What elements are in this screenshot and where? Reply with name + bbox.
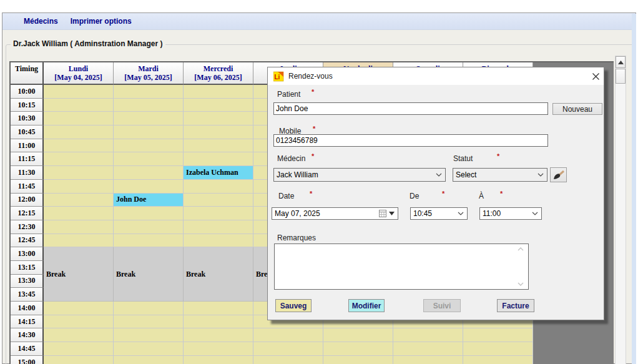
time-slot[interactable] [393, 356, 463, 364]
time-slot[interactable] [253, 328, 323, 342]
time-slot[interactable] [44, 220, 114, 234]
time-slot[interactable] [184, 112, 253, 125]
color-brush-button[interactable] [550, 167, 567, 182]
time-slot[interactable] [44, 342, 114, 356]
de-combobox[interactable]: 10:45 [410, 207, 468, 220]
time-slot[interactable] [323, 328, 393, 342]
close-button[interactable] [590, 71, 601, 81]
menu-item-médecins[interactable]: Médecins [17, 17, 64, 26]
time-slot[interactable] [184, 328, 253, 342]
time-slot[interactable] [44, 180, 114, 194]
medecin-combobox[interactable]: Jack William [273, 168, 446, 182]
remarques-textarea[interactable] [274, 243, 529, 290]
date-picker[interactable]: May 07, 2025 [272, 207, 398, 220]
time-slot[interactable] [114, 139, 184, 153]
time-slot[interactable] [253, 342, 323, 356]
sauveg-button[interactable]: Sauveg [275, 299, 312, 312]
suivi-button[interactable]: Suivi [423, 299, 461, 312]
time-slot[interactable] [44, 194, 114, 207]
statut-value: Select [456, 170, 476, 179]
time-slot[interactable] [114, 342, 184, 356]
time-slot[interactable] [114, 356, 184, 364]
vertical-scrollbar[interactable] [615, 56, 626, 364]
time-slot[interactable] [44, 234, 114, 248]
time-slot[interactable] [463, 342, 533, 356]
time-label: 10:45 [11, 125, 44, 139]
de-label: De [410, 192, 419, 200]
menu-item-imprimer-options[interactable]: Imprimer options [64, 17, 138, 26]
time-slot[interactable] [44, 112, 114, 125]
mobile-input[interactable] [273, 134, 548, 147]
time-slot[interactable] [184, 125, 253, 139]
time-slot[interactable] [44, 302, 114, 315]
time-slot[interactable] [44, 139, 114, 153]
time-label: 11:30 [11, 166, 44, 180]
required-marker: * [497, 152, 499, 160]
time-slot[interactable] [44, 85, 114, 99]
a-combobox[interactable]: 11:00 [479, 207, 542, 220]
time-slot[interactable] [114, 152, 184, 166]
time-label: 14:00 [11, 302, 44, 315]
time-slot[interactable] [184, 234, 253, 248]
time-slot[interactable] [114, 302, 184, 315]
nouveau-button[interactable]: Nouveau [552, 103, 602, 115]
day-header-lundi[interactable]: Lundi[May 04, 2025] [44, 62, 114, 85]
time-slot[interactable] [114, 99, 184, 112]
time-slot[interactable] [44, 125, 114, 139]
scroll-up-button[interactable] [616, 56, 626, 68]
time-slot[interactable] [184, 342, 253, 356]
time-slot[interactable] [184, 152, 253, 166]
time-slot[interactable] [44, 152, 114, 166]
day-header-mercredi[interactable]: Mercredi[May 06, 2025] [184, 62, 253, 85]
time-slot[interactable] [114, 112, 184, 125]
date-label: Date [278, 192, 294, 200]
time-slot[interactable] [114, 207, 184, 220]
break-cell: Break [114, 247, 184, 302]
time-slot[interactable] [44, 315, 114, 329]
time-slot[interactable] [184, 220, 253, 234]
time-slot[interactable] [184, 85, 253, 99]
time-slot[interactable] [463, 356, 533, 364]
time-slot[interactable] [184, 194, 253, 207]
day-date: [May 06, 2025] [184, 73, 253, 82]
statut-combobox[interactable]: Select [453, 168, 547, 182]
textarea-scroll-down-icon [518, 282, 524, 286]
time-slot[interactable] [114, 85, 184, 99]
time-slot[interactable] [44, 207, 114, 220]
time-slot[interactable] [393, 342, 463, 356]
time-slot[interactable] [114, 220, 184, 234]
time-slot[interactable] [114, 315, 184, 329]
time-slot[interactable] [184, 356, 253, 364]
scroll-up-icon [618, 61, 624, 64]
time-slot[interactable] [114, 125, 184, 139]
time-slot[interactable] [184, 207, 253, 220]
scrollbar-thumb[interactable] [616, 69, 626, 84]
facture-button[interactable]: Facture [497, 299, 534, 312]
medecin-value: Jack William [277, 170, 318, 179]
time-slot[interactable] [253, 356, 323, 364]
time-slot[interactable] [184, 139, 253, 153]
time-slot[interactable] [44, 99, 114, 112]
patient-input[interactable] [273, 102, 548, 115]
modifier-button[interactable]: Modifier [348, 299, 385, 312]
time-slot[interactable] [184, 99, 253, 112]
appointment-cell[interactable]: John Doe [114, 194, 184, 207]
appointment-cell[interactable]: Izabela Uchman [184, 166, 253, 180]
time-slot[interactable] [114, 328, 184, 342]
time-slot[interactable] [323, 356, 393, 364]
time-slot[interactable] [393, 328, 463, 342]
time-slot[interactable] [44, 166, 114, 180]
time-slot[interactable] [114, 180, 184, 194]
time-slot[interactable] [323, 342, 393, 356]
time-slot[interactable] [114, 166, 184, 180]
time-slot[interactable] [44, 356, 114, 364]
time-slot[interactable] [463, 328, 533, 342]
dialog-titlebar[interactable]: Li Rendez-vous [268, 67, 604, 85]
time-slot[interactable] [184, 302, 253, 315]
statut-label: Statut [453, 154, 473, 163]
time-slot[interactable] [184, 315, 253, 329]
day-header-mardi[interactable]: Mardi[May 05, 2025] [114, 62, 184, 85]
time-slot[interactable] [114, 234, 184, 248]
time-slot[interactable] [44, 328, 114, 342]
time-slot[interactable] [184, 180, 253, 194]
